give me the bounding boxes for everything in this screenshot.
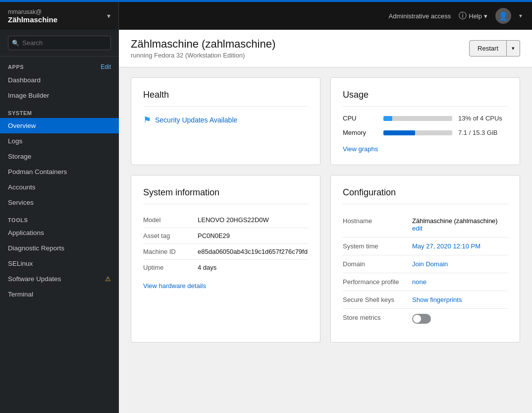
avatar-icon: 👤 bbox=[498, 11, 508, 21]
help-label: Help bbox=[469, 12, 482, 20]
restart-caret-icon: ▾ bbox=[512, 45, 515, 51]
sidebar-item-label: Services bbox=[8, 199, 34, 206]
page-title-block: Zählmaschine (zahlmaschine) running Fedo… bbox=[131, 38, 275, 59]
apps-section-header: Apps Edit bbox=[0, 57, 119, 72]
system-time-link[interactable]: May 27, 2020 12:10 PM bbox=[412, 242, 480, 250]
sidebar-item-label: Podman Containers bbox=[8, 168, 67, 176]
toggle-knob bbox=[413, 315, 421, 323]
table-row: Model LENOVO 20HGS22D0W bbox=[143, 212, 308, 228]
hostname-label: Hostname bbox=[343, 212, 412, 237]
memory-progress-fill bbox=[383, 130, 415, 135]
sidebar-item-software-updates[interactable]: Software Updates ⚠ bbox=[0, 271, 119, 287]
cpu-progress-bar bbox=[383, 116, 452, 121]
security-updates-link[interactable]: Security Updates Available bbox=[155, 116, 237, 124]
view-hardware-details-link[interactable]: View hardware details bbox=[143, 282, 206, 290]
health-card-title: Health bbox=[143, 90, 308, 107]
page-title: Zählmaschine (zahlmaschine) bbox=[131, 38, 275, 51]
help-button[interactable]: ⓘ Help ▾ bbox=[459, 11, 487, 21]
tools-section-header: Tools bbox=[0, 210, 119, 225]
sidebar-item-label: Terminal bbox=[8, 291, 33, 298]
sidebar-item-overview[interactable]: Overview bbox=[0, 118, 119, 133]
restart-dropdown-button[interactable]: ▾ bbox=[507, 40, 520, 57]
user-avatar[interactable]: 👤 bbox=[495, 8, 511, 24]
page-subtitle: running Fedora 32 (Workstation Edition) bbox=[131, 52, 275, 59]
topbar: mmarusak@ Zählmaschine ▾ Administrative … bbox=[0, 2, 532, 30]
uptime-label: Uptime bbox=[143, 260, 198, 276]
cards-grid: Health ⚑ Security Updates Available Usag… bbox=[119, 67, 532, 353]
performance-profile-value: none bbox=[412, 273, 508, 291]
hostname-edit-link[interactable]: edit bbox=[412, 225, 423, 232]
admin-access-label: Administrative access bbox=[389, 12, 451, 20]
memory-progress-bar bbox=[383, 130, 452, 135]
table-row: System time May 27, 2020 12:10 PM bbox=[343, 237, 508, 255]
memory-value: 7.1 / 15.3 GiB bbox=[458, 129, 508, 136]
apps-section-label: Apps bbox=[8, 64, 24, 70]
model-value: LENOVO 20HGS22D0W bbox=[198, 212, 308, 228]
usage-card: Usage CPU 13% of 4 CPUs Memory 7.1 / 15.… bbox=[330, 77, 520, 165]
view-graphs-link[interactable]: View graphs bbox=[343, 145, 378, 153]
machine-name-label: Zählmaschine bbox=[8, 15, 103, 24]
sidebar-item-label: Storage bbox=[8, 153, 31, 160]
username-label: mmarusak@ bbox=[8, 8, 103, 15]
ssh-keys-value: Show fingerprints bbox=[412, 291, 508, 309]
sidebar-item-terminal[interactable]: Terminal bbox=[0, 287, 119, 302]
sidebar-item-storage[interactable]: Storage bbox=[0, 149, 119, 164]
system-info-card: System information Model LENOVO 20HGS22D… bbox=[131, 175, 320, 343]
sidebar-item-dashboard[interactable]: Dashboard bbox=[0, 72, 119, 88]
sidebar-item-image-builder[interactable]: Image Builder bbox=[0, 88, 119, 103]
tools-section-label: Tools bbox=[8, 217, 28, 223]
performance-profile-label: Performance profile bbox=[343, 273, 412, 291]
sidebar-item-accounts[interactable]: Accounts bbox=[0, 179, 119, 195]
performance-profile-link[interactable]: none bbox=[412, 278, 426, 286]
table-row: Uptime 4 days bbox=[143, 260, 308, 276]
table-row: Machine ID e85da06050ab43c19c1d657f276c7… bbox=[143, 244, 308, 260]
health-alert: ⚑ Security Updates Available bbox=[143, 115, 308, 125]
avatar-dropdown-icon[interactable]: ▾ bbox=[519, 12, 522, 19]
page-header-actions: Restart ▾ bbox=[469, 40, 520, 57]
sidebar-item-logs[interactable]: Logs bbox=[0, 133, 119, 149]
table-row: Hostname Zählmaschine (zahlmaschine) edi… bbox=[343, 212, 508, 237]
uptime-value: 4 days bbox=[198, 260, 308, 276]
restart-button[interactable]: Restart bbox=[469, 40, 507, 57]
warning-icon: ⚠ bbox=[105, 275, 111, 283]
usage-card-title: Usage bbox=[343, 90, 508, 107]
sidebar-item-label: Applications bbox=[8, 229, 44, 236]
sidebar-item-podman-containers[interactable]: Podman Containers bbox=[0, 164, 119, 179]
sidebar-item-applications[interactable]: Applications bbox=[0, 225, 119, 240]
domain-label: Domain bbox=[343, 255, 412, 273]
show-fingerprints-link[interactable]: Show fingerprints bbox=[412, 296, 462, 303]
cpu-label: CPU bbox=[343, 115, 377, 122]
ssh-keys-label: Secure Shell keys bbox=[343, 291, 412, 309]
content-area: Zählmaschine (zahlmaschine) running Fedo… bbox=[119, 30, 532, 413]
help-chevron-icon: ▾ bbox=[484, 12, 487, 20]
apps-edit-button[interactable]: Edit bbox=[101, 63, 111, 70]
help-circle-icon: ⓘ bbox=[459, 11, 467, 21]
join-domain-link[interactable]: Join Domain bbox=[412, 260, 448, 268]
sidebar-item-services[interactable]: Services bbox=[0, 195, 119, 210]
sidebar: 🔍 Apps Edit Dashboard Image Builder Syst… bbox=[0, 30, 119, 413]
machine-id-label: Machine ID bbox=[143, 244, 198, 260]
memory-label: Memory bbox=[343, 129, 377, 136]
store-metrics-toggle[interactable] bbox=[412, 314, 431, 324]
asset-tag-label: Asset tag bbox=[143, 228, 198, 244]
sidebar-item-diagnostic-reports[interactable]: Diagnostic Reports bbox=[0, 240, 119, 256]
cpu-usage-row: CPU 13% of 4 CPUs bbox=[343, 115, 508, 122]
user-dropdown-icon[interactable]: ▾ bbox=[107, 12, 110, 20]
page-header: Zählmaschine (zahlmaschine) running Fedo… bbox=[119, 30, 532, 67]
sidebar-item-label: Diagnostic Reports bbox=[8, 244, 64, 252]
sidebar-item-label: Dashboard bbox=[8, 76, 41, 84]
asset-tag-value: PC0N0E29 bbox=[198, 228, 308, 244]
main-layout: 🔍 Apps Edit Dashboard Image Builder Syst… bbox=[0, 30, 532, 413]
sidebar-item-selinux[interactable]: SELinux bbox=[0, 256, 119, 271]
sidebar-item-label: Image Builder bbox=[8, 92, 49, 99]
table-row: Performance profile none bbox=[343, 273, 508, 291]
domain-value: Join Domain bbox=[412, 255, 508, 273]
search-input[interactable] bbox=[8, 36, 111, 50]
sidebar-search-section: 🔍 bbox=[0, 30, 119, 57]
hostname-text: Zählmaschine (zahlmaschine) bbox=[412, 217, 508, 225]
store-metrics-toggle-cell bbox=[412, 309, 508, 331]
sidebar-item-label: Software Updates bbox=[8, 275, 61, 283]
model-label: Model bbox=[143, 212, 198, 228]
table-row: Store metrics bbox=[343, 309, 508, 331]
health-card: Health ⚑ Security Updates Available bbox=[131, 77, 320, 165]
